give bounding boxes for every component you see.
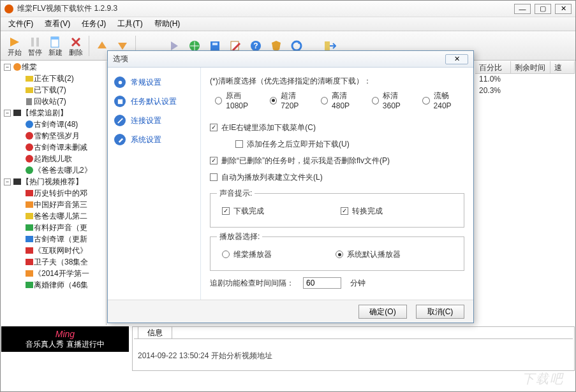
dialog-close-button[interactable]: ✕ xyxy=(445,54,468,64)
tree-item-label: 起跑线儿歌 xyxy=(34,154,72,164)
maximize-button[interactable]: ▢ xyxy=(535,4,551,14)
svg-rect-30 xyxy=(26,270,33,277)
app-icon xyxy=(4,4,13,13)
svg-rect-29 xyxy=(26,259,33,265)
film-icon xyxy=(13,108,22,117)
tree-drama-item[interactable]: 《爸爸去哪儿2》 xyxy=(1,164,106,176)
tree-drama-item[interactable]: 古剑奇谭(48) xyxy=(1,119,106,130)
nav-task[interactable]: 任务默认设置 xyxy=(108,92,200,111)
tree-hot-item[interactable]: 《2014开学第一 xyxy=(1,268,106,279)
tree-hot[interactable]: −【热门视频推荐】 xyxy=(1,176,106,187)
menu-help[interactable]: 帮助(H) xyxy=(149,17,186,31)
options-dialog: 选项 ✕ 常规设置 任务默认设置 连接设置 系统设置 (*)清晰度选择（优先选择… xyxy=(107,50,474,323)
col-remain[interactable]: 剩余时间 xyxy=(511,61,550,73)
tree-hot-item[interactable]: 中国好声音第三 xyxy=(1,199,106,210)
radio-480p[interactable]: 高清480P xyxy=(321,91,363,110)
dialog-panel: (*)清晰度选择（优先选择指定的清晰度下载）： 原画1080P 超清720P 高… xyxy=(201,68,473,300)
ad-banner[interactable]: Ming 音乐真人秀 直播进行中 xyxy=(1,326,129,352)
svg-rect-3 xyxy=(51,37,59,40)
tree-hot-item[interactable]: 离婚律师（46集 xyxy=(1,279,106,291)
tree-item-label: 《2014开学第一 xyxy=(34,268,89,279)
svg-point-12 xyxy=(13,63,21,71)
tree-root[interactable]: −维棠 xyxy=(1,61,106,73)
tree-item-label: 离婚律师（46集 xyxy=(34,280,88,291)
tree-item-label: 古剑奇谭（更新 xyxy=(34,234,87,245)
menu-view[interactable]: 查看(V) xyxy=(40,17,75,31)
tree-drama[interactable]: −【维棠追剧】 xyxy=(1,107,106,119)
ok-button[interactable]: 确定(O) xyxy=(358,305,407,319)
tree-hot-item[interactable]: 古剑奇谭（更新 xyxy=(1,233,106,245)
titlebar: 维棠FLV视频下载软件 1.2.9.3 — ▢ ✕ xyxy=(1,1,575,17)
interval-input[interactable] xyxy=(303,277,341,289)
chk-ie-menu[interactable]: 在IE右键里添加下载菜单(C) xyxy=(210,120,464,134)
chk-del-prompt[interactable]: 删除“已删除”的任务时，提示我是否删除flv文件(P) xyxy=(210,154,464,168)
banner-brand: Ming xyxy=(55,329,75,339)
close-button[interactable]: ✕ xyxy=(555,4,572,14)
tree-drama-item[interactable]: 起跑线儿歌 xyxy=(1,153,106,164)
svg-rect-28 xyxy=(26,247,33,254)
interval-label: 追剧功能检查时间间隔： xyxy=(210,278,294,289)
radio-player-system[interactable]: 系统默认播放器 xyxy=(336,247,401,261)
svg-rect-22 xyxy=(13,178,21,185)
tree-hot-label: 【热门视频推荐】 xyxy=(22,177,83,187)
chk-mk-folder[interactable]: 自动为播放列表建立文件夹(L) xyxy=(210,170,464,184)
tree-item-label: 历史转折中的邓 xyxy=(34,188,87,199)
tree-recycle[interactable]: 回收站(7) xyxy=(1,96,106,107)
grid-row[interactable]: 11.0% xyxy=(475,74,575,85)
task-icon xyxy=(114,96,126,107)
tb-delete[interactable]: 删除 xyxy=(66,36,86,56)
minimize-button[interactable]: — xyxy=(514,4,531,14)
tb-start[interactable]: 开始 xyxy=(4,36,25,56)
chk-sound-download[interactable]: 下载完成 xyxy=(222,204,264,218)
tree-downloading-label: 正在下载(2) xyxy=(34,73,74,84)
tree-drama-item[interactable]: 古剑奇谭未删减 xyxy=(1,142,106,153)
chk-sound-convert[interactable]: 转换完成 xyxy=(341,204,383,218)
nav-general[interactable]: 常规设置 xyxy=(108,73,200,92)
svg-rect-6 xyxy=(212,43,218,45)
radio-1080p[interactable]: 原画1080P xyxy=(215,91,261,110)
col-percent[interactable]: 百分比 xyxy=(475,61,511,73)
info-tab[interactable]: 信息 xyxy=(138,326,172,339)
tree-hot-item[interactable]: 《互联网时代》 xyxy=(1,245,106,256)
tree-drama-item[interactable]: 雪豹坚强岁月 xyxy=(1,130,106,142)
folder-icon xyxy=(13,62,22,71)
tree-hot-item[interactable]: 卫子夫（38集全 xyxy=(1,256,106,268)
tree-item-label: 卫子夫（38集全 xyxy=(34,257,88,268)
col-speed[interactable]: 速 xyxy=(550,61,575,73)
radio-720p[interactable]: 超清720P xyxy=(270,91,312,110)
nav-conn[interactable]: 连接设置 xyxy=(108,111,200,130)
menu-file[interactable]: 文件(F) xyxy=(3,17,38,31)
svg-rect-23 xyxy=(26,190,33,196)
svg-rect-24 xyxy=(26,201,33,208)
up-icon xyxy=(96,40,108,52)
tb-pause[interactable]: 暂停 xyxy=(25,36,45,56)
tree-downloaded-label: 已下载(7) xyxy=(34,85,66,96)
svg-rect-15 xyxy=(26,98,32,105)
info-pane: 信息 2014-09-22 13:50:24 开始分析视频地址 xyxy=(132,326,575,371)
wrench-icon xyxy=(114,134,126,145)
connect-icon xyxy=(114,115,126,126)
radio-player-weitang[interactable]: 维棠播放器 xyxy=(222,247,272,261)
tb-start-label: 开始 xyxy=(8,49,22,56)
tree-hot-item[interactable]: 有料好声音（更 xyxy=(1,222,106,233)
grid-row[interactable]: 20.3% xyxy=(475,85,575,97)
tree-downloading[interactable]: 正在下载(2) xyxy=(1,73,106,84)
nav-system[interactable]: 系统设置 xyxy=(108,130,200,149)
radio-360p[interactable]: 标清360P xyxy=(372,91,414,110)
cancel-button[interactable]: 取消(C) xyxy=(416,305,464,319)
menu-task[interactable]: 任务(J) xyxy=(77,17,111,31)
video-icon xyxy=(25,189,34,198)
chk-ie-sub[interactable]: 添加任务之后立即开始下载(U) xyxy=(210,137,464,151)
tree-downloaded[interactable]: 已下载(7) xyxy=(1,84,106,96)
svg-rect-26 xyxy=(26,224,33,231)
player-legend: 播放器选择: xyxy=(217,231,262,242)
radio-240p[interactable]: 流畅240P xyxy=(422,91,464,110)
svg-point-17 xyxy=(26,120,33,128)
svg-rect-33 xyxy=(117,99,122,103)
video-icon xyxy=(25,280,34,289)
menu-tools[interactable]: 工具(T) xyxy=(112,17,147,31)
tree-hot-item[interactable]: 爸爸去哪儿第二 xyxy=(1,210,106,222)
tb-new[interactable]: 新建 xyxy=(45,36,66,56)
tree-item-label: 《爸爸去哪儿2》 xyxy=(34,165,92,176)
tree-hot-item[interactable]: 历史转折中的邓 xyxy=(1,187,106,199)
